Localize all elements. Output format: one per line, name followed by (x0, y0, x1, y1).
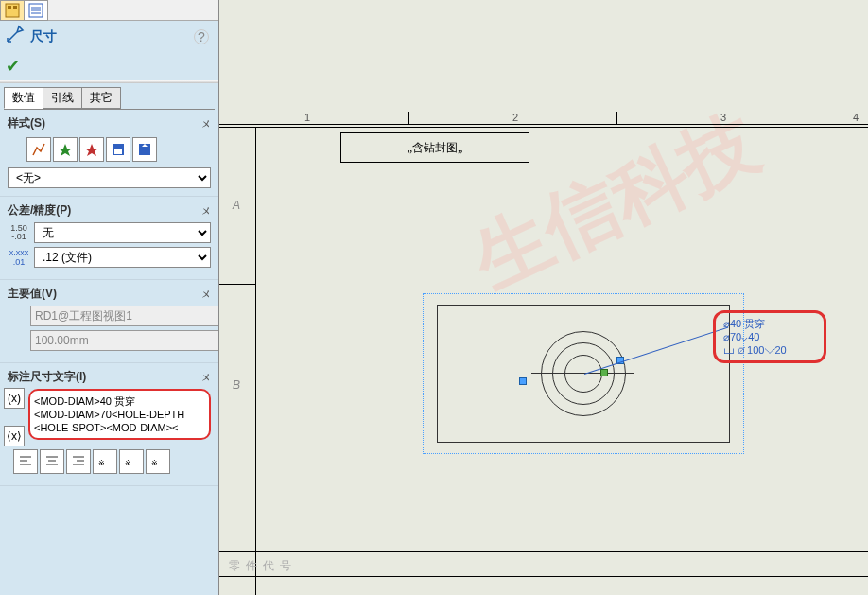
property-tab-icon[interactable] (24, 0, 48, 21)
dimtext-header[interactable]: 标注尺寸文字(I) ㄨ (8, 369, 211, 385)
precision-dropdown[interactable]: .12 (文件) (34, 247, 211, 268)
drawing-title-block: „含钻封图„ (340, 132, 529, 163)
col-tick (616, 112, 617, 124)
col-label-4: 4 (853, 112, 859, 123)
value-tab-bar: 数值 引线 其它 (0, 83, 218, 109)
svg-rect-2 (13, 6, 17, 9)
row-label-A: A (233, 199, 240, 212)
text-align-row: ※ ※ ※ (8, 446, 211, 478)
align-right-button[interactable] (66, 449, 91, 474)
border-top-line (219, 124, 868, 125)
col-label-3: 3 (720, 112, 726, 123)
precision-icon: x.xxx.01 (8, 248, 30, 267)
panel-title-row: 尺寸 ? (0, 21, 218, 52)
tolerance-header-label: 公差/精度(P) (8, 202, 71, 219)
center-v (582, 323, 582, 425)
panel-title: 尺寸 (30, 28, 57, 45)
collapse-icon[interactable]: ㄨ (201, 204, 211, 218)
leader-handle-start[interactable] (519, 377, 527, 385)
property-panel: 尺寸 ? ✔ 数值 引线 其它 样式(S) ㄨ (0, 0, 219, 595)
dimension-text-input[interactable]: <MOD-DIAM>40 贯穿 <MOD-DIAM>70<HOLE-DEPTH … (28, 389, 211, 440)
style-add-button[interactable] (53, 137, 78, 162)
align-center-button[interactable] (40, 449, 64, 474)
svg-marker-7 (59, 144, 72, 156)
selection-handle[interactable] (600, 369, 608, 376)
tab-values[interactable]: 数值 (4, 87, 43, 109)
col-tick (408, 112, 409, 124)
style-delete-button[interactable] (79, 137, 104, 162)
justify-button[interactable]: ※ (93, 449, 117, 474)
border-bottom-line (219, 551, 868, 552)
dimtext-header-label: 标注尺寸文字(I) (8, 369, 86, 385)
collapse-icon[interactable]: ㄨ (201, 288, 211, 301)
col-label-2: 2 (512, 112, 518, 123)
text-link-icon[interactable]: ⟨x⟩ (4, 426, 25, 446)
primary-header[interactable]: 主要值(V) ㄨ (8, 286, 211, 302)
svg-rect-1 (8, 6, 11, 9)
dimension-name-field[interactable] (30, 306, 218, 326)
svg-marker-8 (85, 144, 98, 156)
collapse-icon[interactable]: ㄨ (201, 117, 211, 131)
callout-line1: ⌀40 贯穿 (723, 317, 816, 330)
callout-line2: ⌀70⌵40 (723, 330, 816, 343)
svg-text:※: ※ (151, 459, 158, 467)
dimension-icon (6, 25, 25, 48)
callout-line3: ⌴ ⌀100⌵20 (723, 343, 816, 357)
title-block-text: „含钻封图„ (408, 140, 463, 156)
hole-callout[interactable]: ⌀40 贯穿 ⌀70⌵40 ⌴ ⌀100⌵20 (713, 310, 826, 363)
more-symbol-button[interactable]: ※ (146, 449, 170, 474)
tolerance-section: 公差/精度(P) ㄨ 1.50-.01 无 x.xxx.01 .12 (文件) (0, 197, 218, 280)
style-icon-row (8, 135, 211, 167)
symbol-button[interactable]: ※ (119, 449, 144, 474)
border-left-inner (255, 127, 256, 595)
spec-label: 零件代号 (229, 558, 297, 574)
style-dropdown[interactable]: <无> (8, 167, 211, 188)
align-left-button[interactable] (13, 449, 38, 474)
row-label-B: B (233, 378, 240, 392)
row-div (219, 464, 255, 464)
primary-header-label: 主要值(V) (8, 286, 57, 302)
style-section: 样式(S) ㄨ <无> (0, 110, 218, 197)
style-load-button[interactable] (132, 137, 157, 162)
border-bottom-line2 (219, 576, 868, 577)
style-header-label: 样式(S) (8, 115, 45, 131)
svg-text:※: ※ (125, 459, 131, 467)
panel-tab-bar (0, 0, 218, 21)
collapse-icon[interactable]: ㄨ (201, 371, 211, 384)
style-apply-button[interactable] (26, 137, 51, 162)
svg-rect-10 (114, 149, 122, 154)
feature-tree-tab-icon[interactable] (0, 0, 25, 21)
border-top-line2 (219, 127, 868, 128)
confirm-row: ✔ (0, 52, 218, 80)
row-div (219, 284, 255, 285)
text-brackets-icon[interactable]: (x) (4, 388, 25, 409)
tab-other[interactable]: 其它 (81, 87, 121, 109)
dimension-value-field[interactable] (30, 330, 218, 351)
style-save-button[interactable] (106, 137, 130, 162)
center-h (531, 373, 634, 374)
tab-leaders[interactable]: 引线 (43, 87, 82, 109)
ok-check-icon[interactable]: ✔ (6, 57, 20, 76)
style-header[interactable]: 样式(S) ㄨ (8, 115, 211, 131)
dimension-text-section: 标注尺寸文字(I) ㄨ (x) ⟨x⟩ <MOD-DIAM>40 贯穿 <MOD… (0, 363, 218, 486)
svg-text:※: ※ (98, 459, 105, 467)
primary-value-section: 主要值(V) ㄨ (0, 280, 218, 363)
panel-content: 尺寸 ? ✔ 数值 引线 其它 样式(S) ㄨ (0, 21, 218, 595)
help-icon[interactable]: ? (194, 29, 209, 44)
tolerance-type-dropdown[interactable]: 无 (34, 222, 211, 243)
tolerance-header[interactable]: 公差/精度(P) ㄨ (8, 202, 211, 219)
col-tick (825, 112, 825, 124)
drawing-canvas[interactable]: 生信科技 1 2 3 4 A B „含钻封图„ 零件代号 ⌀40 贯穿 ⌀70⌵… (219, 0, 868, 595)
tolerance-type-icon: 1.50-.01 (8, 224, 30, 241)
col-label-1: 1 (304, 112, 310, 123)
